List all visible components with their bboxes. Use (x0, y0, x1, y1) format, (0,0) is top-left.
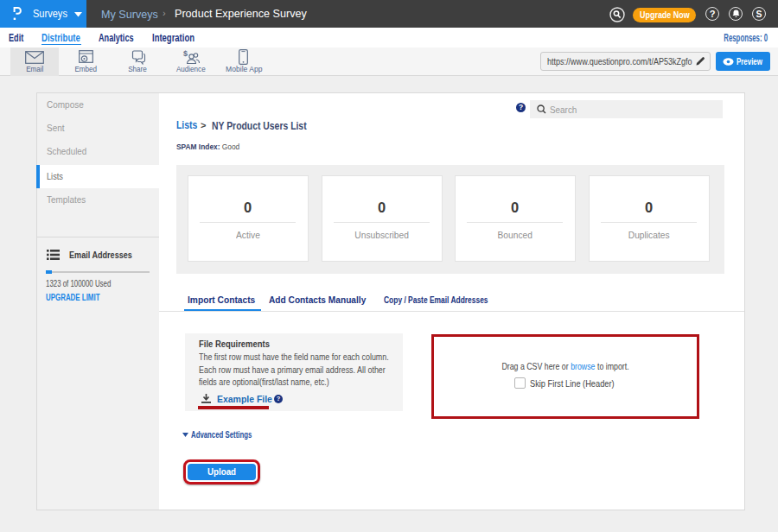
svg-text:$: $ (183, 49, 188, 58)
